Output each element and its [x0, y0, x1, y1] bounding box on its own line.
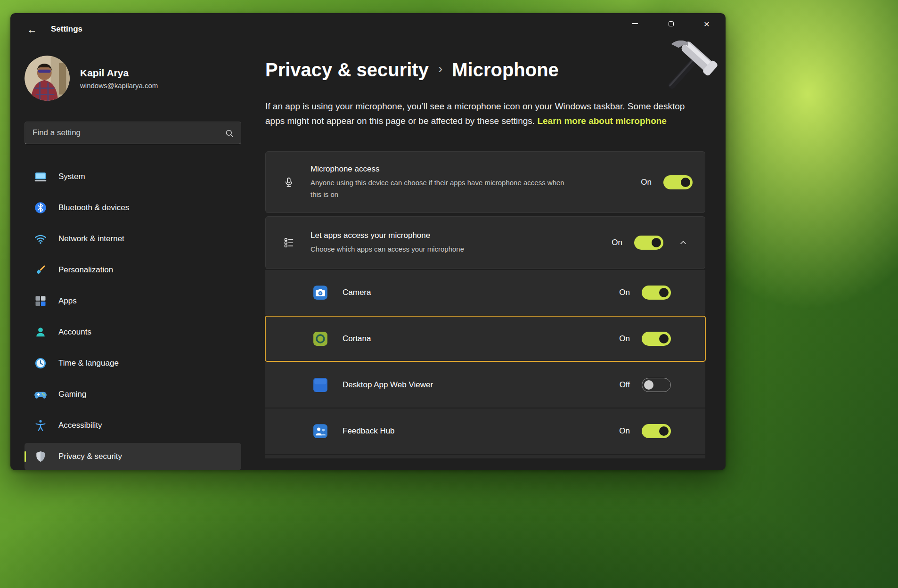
toggle-state-label: On	[641, 178, 652, 187]
desktop-app-web-viewer-app-icon	[312, 377, 328, 393]
bluetooth-icon	[34, 201, 47, 214]
hammer-graphic	[656, 41, 719, 107]
settings-window: ← Settings ×	[10, 13, 726, 470]
feedback-hub-app-icon	[312, 423, 328, 439]
toggle-state-label: On	[619, 334, 630, 343]
toggle-state-label: Off	[620, 380, 630, 390]
main-content: Privacy & security › Microphone If an ap…	[246, 51, 726, 470]
cortana-microphone-toggle[interactable]	[642, 332, 671, 346]
minimize-button[interactable]	[617, 13, 653, 34]
intro-text: If an app is using your microphone, you’…	[265, 99, 705, 128]
microphone-icon	[283, 177, 294, 188]
sidebar-item-apps[interactable]: Apps	[24, 287, 241, 315]
toggle-knob	[659, 426, 669, 436]
page-title: Microphone	[452, 58, 559, 81]
sidebar-nav: System Bluetooth & devices	[24, 163, 241, 470]
app-row-camera[interactable]: Camera On	[265, 270, 705, 315]
app-row-cortana[interactable]: Cortana On	[265, 316, 705, 361]
back-arrow-icon: ←	[27, 24, 37, 35]
app-title: Settings	[51, 24, 82, 34]
person-icon	[34, 326, 47, 339]
close-button[interactable]: ×	[689, 13, 725, 34]
camera-app-icon	[312, 285, 328, 301]
setting-description: Anyone using this device can choose if t…	[310, 177, 565, 200]
titlebar: ← Settings ×	[10, 13, 726, 51]
app-name: Desktop App Web Viewer	[343, 380, 620, 390]
sidebar-item-time-language[interactable]: Time & language	[24, 350, 241, 377]
search-input[interactable]	[25, 122, 241, 144]
app-permissions-icon	[283, 237, 294, 248]
chevron-up-icon	[678, 237, 688, 248]
gamepad-icon	[34, 388, 47, 401]
setting-title: Let apps access your microphone	[310, 231, 612, 240]
toggle-state-label: On	[619, 288, 630, 297]
sidebar-item-personalization[interactable]: Personalization	[24, 256, 241, 284]
sidebar-item-accounts[interactable]: Accounts	[24, 318, 241, 346]
sidebar-item-label: Apps	[58, 296, 77, 306]
back-button[interactable]: ←	[23, 21, 41, 39]
cortana-app-icon	[312, 331, 328, 347]
minimize-icon	[632, 23, 638, 24]
window-controls: ×	[617, 13, 725, 34]
let-apps-access-toggle[interactable]	[634, 236, 663, 250]
sidebar-item-system[interactable]: System	[24, 163, 241, 190]
apps-icon	[34, 294, 47, 308]
wifi-icon	[34, 232, 47, 245]
user-avatar	[24, 56, 70, 101]
app-row-feedback-hub[interactable]: Feedback Hub On	[265, 408, 705, 454]
sidebar-item-label: Personalization	[58, 265, 113, 275]
paintbrush-icon	[34, 263, 47, 277]
toggle-knob	[659, 288, 669, 297]
sidebar-item-accessibility[interactable]: Accessibility	[24, 412, 241, 439]
toggle-knob	[644, 380, 653, 390]
breadcrumb: Privacy & security › Microphone	[265, 58, 705, 81]
clock-icon	[34, 357, 47, 370]
sidebar-item-label: Privacy & security	[58, 452, 122, 461]
system-icon	[34, 170, 47, 183]
sidebar-item-label: System	[58, 172, 85, 181]
breadcrumb-separator-icon: ›	[438, 57, 442, 80]
desktop-app-web-viewer-microphone-toggle[interactable]	[642, 378, 671, 392]
feedback-hub-microphone-toggle[interactable]	[642, 424, 671, 438]
sidebar-item-label: Gaming	[58, 390, 87, 399]
shield-icon	[34, 450, 47, 463]
sidebar-item-gaming[interactable]: Gaming	[24, 381, 241, 408]
toggle-state-label: On	[612, 238, 622, 247]
learn-more-link[interactable]: Learn more about microphone	[537, 116, 666, 126]
maximize-button[interactable]	[653, 13, 689, 34]
user-profile[interactable]: Kapil Arya windows@kapilarya.com	[24, 56, 241, 101]
toggle-state-label: On	[619, 426, 630, 436]
search-icon[interactable]	[225, 129, 234, 138]
user-name: Kapil Arya	[80, 67, 158, 79]
sidebar-item-privacy-security[interactable]: Privacy & security	[24, 443, 241, 470]
sidebar-item-label: Time & language	[58, 359, 119, 368]
microphone-access-card: Microphone access Anyone using this devi…	[265, 151, 705, 213]
sidebar-item-label: Network & internet	[58, 234, 124, 244]
close-icon: ×	[704, 19, 710, 29]
setting-title: Microphone access	[310, 164, 641, 174]
camera-microphone-toggle[interactable]	[642, 286, 671, 300]
sidebar-item-network-internet[interactable]: Network & internet	[24, 225, 241, 253]
app-name: Feedback Hub	[343, 426, 619, 436]
app-name: Cortana	[343, 334, 619, 343]
search-box	[24, 122, 241, 144]
maximize-icon	[669, 21, 674, 26]
toggle-knob	[652, 238, 661, 247]
sidebar-item-bluetooth-devices[interactable]: Bluetooth & devices	[24, 194, 241, 221]
sidebar-item-label: Bluetooth & devices	[58, 203, 129, 212]
let-apps-access-card[interactable]: Let apps access your microphone Choose w…	[265, 216, 705, 269]
collapse-expander-button[interactable]	[674, 233, 693, 252]
setting-description: Choose which apps can access your microp…	[310, 243, 565, 255]
sidebar-item-label: Accounts	[58, 327, 91, 337]
toggle-knob	[659, 334, 669, 343]
user-email: windows@kapilarya.com	[80, 82, 158, 90]
breadcrumb-parent[interactable]: Privacy & security	[265, 58, 429, 81]
app-permission-list: Camera On Cortana On	[265, 270, 705, 458]
accessibility-icon	[34, 419, 47, 432]
sidebar-item-label: Accessibility	[58, 421, 102, 430]
sidebar: Kapil Arya windows@kapilarya.com	[10, 51, 246, 470]
app-name: Camera	[343, 288, 619, 297]
app-row-desktop-app-web-viewer[interactable]: Desktop App Web Viewer Off	[265, 362, 705, 408]
microphone-access-toggle[interactable]	[663, 175, 693, 189]
toggle-knob	[681, 178, 690, 187]
